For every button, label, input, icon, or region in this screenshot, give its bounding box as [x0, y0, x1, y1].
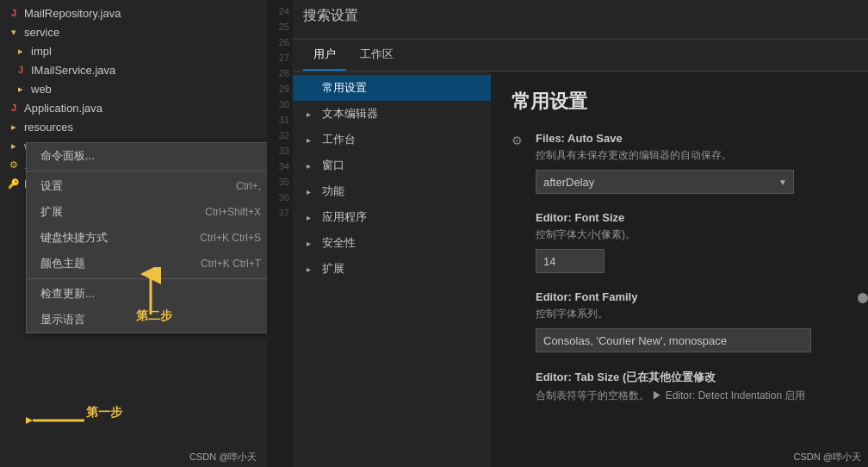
tab-workspace-label: 工作区 [360, 47, 394, 60]
nav-label: 安全性 [322, 235, 356, 251]
tree-item-web[interactable]: ▸ web [0, 79, 267, 98]
setting-label-fontfamily: Editor: Font Family [536, 290, 847, 303]
line-num: 29 [279, 81, 289, 97]
folder-open-icon: ▾ [7, 27, 21, 38]
settings-item-autosave: ⚙ Files: Auto Save 控制具有未保存更改的编辑器的自动保存。 a… [512, 132, 847, 194]
license-icon: 🔑 [7, 178, 21, 190]
settings-item-tabsize: Editor: Tab Size (已在其他位置修改 合制表符等于的空格数。 ▶… [512, 370, 847, 410]
nav-label: 窗口 [322, 158, 344, 173]
line-num: 27 [279, 50, 289, 65]
settings-nav-text-editor[interactable]: ▸ 文本编辑器 [293, 101, 491, 127]
settings-item-content: Files: Auto Save 控制具有未保存更改的编辑器的自动保存。 aft… [536, 132, 847, 194]
autosave-select[interactable]: afterDelay off onFocusChange onWindowCha… [536, 170, 794, 194]
file-tree: J MailRepository.java ▾ service ▸ impl J… [0, 0, 267, 467]
menu-item-command-palette[interactable]: 命令面板... [27, 143, 267, 169]
nav-arrow: ▸ [307, 109, 319, 119]
tree-label-web: web [31, 83, 52, 96]
settings-body: 常用设置 ▸ 文本编辑器 ▸ 工作台 ▸ 窗口 ▸ 功能 ▸ 应用程序 [293, 72, 868, 467]
settings-nav-common[interactable]: 常用设置 [293, 75, 491, 101]
menu-label: 检查更新... [40, 286, 95, 302]
watermark-right: CSDN @哔小天 [794, 451, 861, 464]
tab-workspace[interactable]: 工作区 [350, 40, 404, 71]
line-num: 32 [279, 128, 289, 143]
tab-user-label: 用户 [313, 47, 336, 60]
setting-desc-autosave: 控制具有未保存更改的编辑器的自动保存。 [536, 148, 847, 163]
menu-label: 命令面板... [40, 148, 95, 164]
line-num: 28 [279, 65, 289, 81]
tree-item-impl[interactable]: ▸ impl [0, 41, 267, 60]
settings-item-content: Editor: Tab Size (已在其他位置修改 合制表符等于的空格数。 ▶… [536, 370, 847, 410]
line-num: 24 [279, 3, 289, 19]
setting-label-autosave: Files: Auto Save [536, 132, 847, 145]
menu-shortcut: Ctrl+Shift+X [205, 206, 261, 218]
line-num: 33 [279, 143, 289, 159]
git-icon: ⚙ [7, 159, 21, 171]
settings-nav-workbench[interactable]: ▸ 工作台 [293, 127, 491, 153]
fontfamily-input[interactable] [536, 328, 811, 352]
watermark-left: CSDN @哔小天 [189, 451, 257, 464]
line-num: 26 [279, 34, 289, 50]
nav-label: 功能 [322, 184, 344, 199]
tree-item-resources[interactable]: ▸ resources [0, 117, 267, 136]
line-numbers: 24 25 26 27 28 29 30 31 32 33 34 35 36 3… [267, 0, 293, 467]
tab-user[interactable]: 用户 [303, 40, 346, 71]
folder-arrow-icon: ▸ [14, 84, 28, 95]
line-num: 36 [279, 190, 289, 205]
settings-sidebar: 常用设置 ▸ 文本编辑器 ▸ 工作台 ▸ 窗口 ▸ 功能 ▸ 应用程序 [293, 72, 491, 467]
scroll-dot [858, 293, 868, 303]
menu-item-check-updates[interactable]: 检查更新... [27, 281, 267, 307]
settings-panel: 搜索设置 用户 工作区 常用设置 ▸ 文本编辑器 ▸ 工作台 ▸ [293, 0, 868, 467]
menu-label: 扩展 [40, 204, 63, 220]
gear-icon: ⚙ [512, 134, 536, 147]
settings-main-title: 常用设置 [512, 89, 847, 115]
java-icon: J [7, 103, 21, 113]
fontsize-input[interactable] [536, 249, 604, 273]
java-icon: J [7, 8, 21, 18]
tree-item-service[interactable]: ▾ service [0, 22, 267, 41]
settings-main: 常用设置 ⚙ Files: Auto Save 控制具有未保存更改的编辑器的自动… [491, 72, 868, 467]
setting-desc-tabsize: 合制表符等于的空格数。 ▶ Editor: Detect Indentation… [536, 389, 847, 403]
menu-shortcut: Ctrl+, [236, 180, 261, 192]
folder-arrow-icon: ▸ [7, 121, 21, 133]
nav-label: 工作台 [322, 132, 356, 147]
settings-nav-features[interactable]: ▸ 功能 [293, 178, 491, 204]
menu-item-keybindings[interactable]: 键盘快捷方式 Ctrl+K Ctrl+S [27, 225, 267, 251]
context-menu: 命令面板... 设置 Ctrl+, 扩展 Ctrl+Shift+X 键盘快捷方式… [26, 142, 267, 333]
setting-label-fontsize: Editor: Font Size [536, 211, 847, 224]
line-num: 35 [279, 174, 289, 190]
folder-arrow-icon: ▸ [14, 46, 28, 57]
menu-separator [27, 171, 267, 171]
setting-desc-fontfamily: 控制字体系列。 [536, 307, 847, 321]
line-num: 34 [279, 159, 289, 174]
menu-item-display-language[interactable]: 显示语言 [27, 307, 267, 333]
tree-item-application[interactable]: J Application.java [0, 98, 267, 117]
tree-label-imailservice: IMailService.java [31, 64, 115, 77]
settings-nav-application[interactable]: ▸ 应用程序 [293, 204, 491, 230]
folder-arrow-icon: ▸ [7, 140, 21, 152]
tree-label-resources: resources [24, 121, 73, 134]
nav-label: 应用程序 [322, 209, 367, 225]
menu-label: 显示语言 [40, 312, 85, 327]
java-icon: J [14, 65, 28, 75]
menu-item-color-theme[interactable]: 颜色主题 Ctrl+K Ctrl+T [27, 251, 267, 277]
menu-item-extensions[interactable]: 扩展 Ctrl+Shift+X [27, 199, 267, 225]
nav-arrow: ▸ [307, 187, 319, 196]
settings-tabs: 用户 工作区 [293, 40, 868, 72]
nav-label: 扩展 [322, 261, 344, 277]
nav-arrow: ▸ [307, 239, 319, 248]
menu-item-settings[interactable]: 设置 Ctrl+, [27, 173, 267, 199]
tree-item-imailservice[interactable]: J IMailService.java [0, 60, 267, 79]
line-num: 30 [279, 97, 289, 112]
settings-nav-extensions[interactable]: ▸ 扩展 [293, 256, 491, 282]
menu-shortcut: Ctrl+K Ctrl+S [200, 232, 261, 244]
nav-arrow: ▸ [307, 161, 319, 171]
settings-nav-security[interactable]: ▸ 安全性 [293, 230, 491, 256]
settings-search-label: 搜索设置 [303, 7, 858, 25]
nav-label: 文本编辑器 [322, 106, 378, 121]
tree-item-mailrepo[interactable]: J MailRepository.java [0, 3, 267, 22]
tree-label-impl: impl [31, 45, 52, 58]
settings-item-fontsize: Editor: Font Size 控制字体大小(像素)。 [512, 211, 847, 273]
tree-label-service: service [24, 26, 59, 39]
menu-label: 颜色主题 [40, 256, 85, 271]
settings-nav-window[interactable]: ▸ 窗口 [293, 153, 491, 178]
